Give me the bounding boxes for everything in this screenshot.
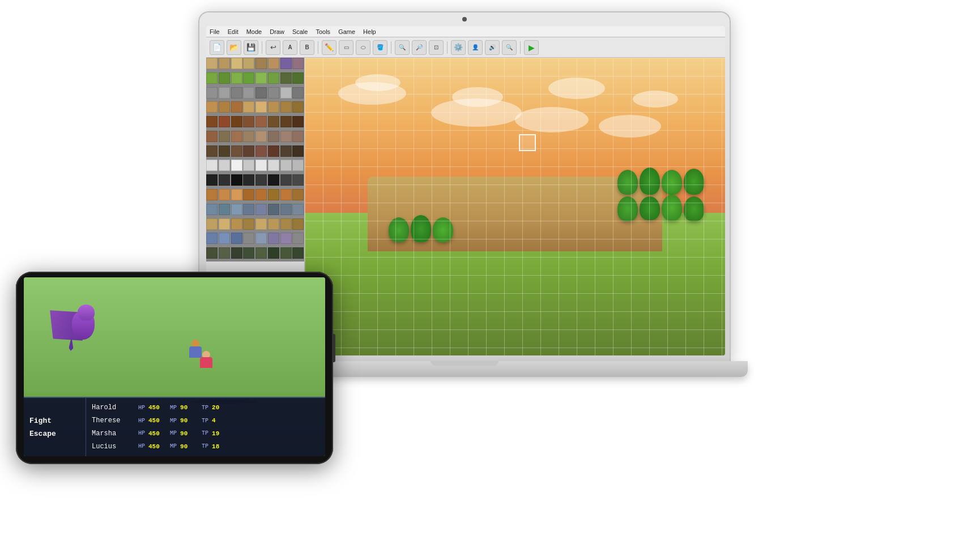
battle-cmd-escape[interactable]: Escape — [29, 430, 80, 438]
toolbar-sep-1 — [262, 41, 262, 54]
battle-panel: Fight Escape Harold HP 450 MP 90 TP — [24, 397, 325, 456]
toolbar-undo-btn[interactable]: ↩ — [266, 40, 280, 55]
char-name-marsha: Marsha — [92, 430, 133, 438]
status-row-harold: Harold HP 450 MP 90 TP 20 — [92, 404, 319, 411]
tp-label-lucius: TP — [202, 443, 208, 449]
status-row-therese: Therese HP 450 MP 90 TP 4 — [92, 417, 319, 425]
hp-label-lucius: HP — [138, 443, 145, 449]
toolbar-sep-5 — [520, 41, 521, 54]
hp-label-marsha: HP — [138, 430, 145, 436]
menu-game[interactable]: Game — [338, 28, 355, 35]
toolbar-pencil-btn[interactable]: ✏️ — [322, 40, 336, 55]
tp-label-harold: TP — [202, 405, 208, 411]
laptop-camera — [462, 17, 467, 22]
mp-val-harold: 90 — [180, 404, 196, 411]
status-row-lucius: Lucius HP 450 MP 90 TP 18 — [92, 443, 319, 451]
hp-label-therese: HP — [138, 418, 145, 424]
battle-status: Harold HP 450 MP 90 TP 20 Therese HP — [86, 398, 325, 456]
toolbar-layer-a-btn[interactable]: A — [283, 40, 297, 55]
phone: Fight Escape Harold HP 450 MP 90 TP — [16, 272, 333, 543]
tile-grid[interactable] — [206, 58, 304, 292]
hp-val-harold: 450 — [148, 404, 164, 411]
toolbar-zoomout-btn[interactable]: 🔎 — [412, 40, 427, 55]
map-cursor — [519, 134, 536, 151]
toolbar-zoomin-btn[interactable]: 🔍 — [395, 40, 410, 55]
menu-mode[interactable]: Mode — [246, 28, 262, 35]
toolbar-sep-3 — [391, 41, 391, 54]
status-row-marsha: Marsha HP 450 MP 90 TP 19 — [92, 430, 319, 438]
mp-val-marsha: 90 — [180, 430, 196, 437]
mp-label-therese: MP — [170, 418, 177, 424]
laptop-base-notch — [431, 361, 498, 366]
toolbar-rect-btn[interactable]: ▭ — [339, 40, 353, 55]
menu-scale[interactable]: Scale — [292, 28, 308, 35]
toolbar-fill-btn[interactable]: 🪣 — [373, 40, 387, 55]
toolbar-sep-4 — [447, 41, 448, 54]
toolbar-zoomfit-btn[interactable]: ⊡ — [429, 40, 444, 55]
menu-help[interactable]: Help — [363, 28, 376, 35]
toolbar-char-btn[interactable]: 👤 — [468, 40, 483, 55]
tp-val-lucius: 18 — [212, 443, 228, 450]
toolbar-save-btn[interactable]: 💾 — [244, 40, 258, 55]
battle-commands: Fight Escape — [24, 398, 86, 456]
mp-val-therese: 90 — [180, 417, 196, 424]
toolbar-play-btn[interactable]: ▶ — [524, 40, 539, 55]
battle-cmd-fight[interactable]: Fight — [29, 417, 80, 425]
tp-val-therese: 4 — [212, 417, 228, 424]
tp-val-marsha: 19 — [212, 430, 228, 437]
menu-file[interactable]: File — [210, 28, 220, 35]
editor-menubar: File Edit Mode Draw Scale Tools Game Hel… — [206, 26, 725, 37]
game-scene: Fight Escape Harold HP 450 MP 90 TP — [24, 277, 325, 456]
map-grid-overlay — [305, 58, 725, 355]
menu-tools[interactable]: Tools — [316, 28, 330, 35]
mp-label-harold: MP — [170, 405, 177, 411]
toolbar-open-btn[interactable]: 📂 — [227, 40, 241, 55]
hp-val-therese: 450 — [148, 417, 164, 424]
char-name-lucius: Lucius — [92, 443, 133, 451]
tp-label-marsha: TP — [202, 430, 208, 436]
char-name-harold: Harold — [92, 404, 133, 411]
tp-val-harold: 20 — [212, 404, 228, 411]
menu-draw[interactable]: Draw — [270, 28, 284, 35]
editor-toolbar: 📄 📂 💾 ↩ A B ✏️ ▭ ⬭ 🪣 🔍 🔎 ⊡ — [206, 37, 725, 58]
char-name-therese: Therese — [92, 417, 133, 425]
menu-edit[interactable]: Edit — [228, 28, 238, 35]
tp-label-therese: TP — [202, 418, 208, 424]
hp-val-lucius: 450 — [148, 443, 164, 450]
phone-body: Fight Escape Harold HP 450 MP 90 TP — [16, 272, 333, 464]
toolbar-sep-2 — [318, 41, 318, 54]
hp-val-marsha: 450 — [148, 430, 164, 437]
mp-label-lucius: MP — [170, 443, 177, 449]
mp-val-lucius: 90 — [180, 443, 196, 450]
phone-screen: Fight Escape Harold HP 450 MP 90 TP — [24, 277, 325, 456]
toolbar-ellipse-btn[interactable]: ⬭ — [356, 40, 370, 55]
toolbar-layer-b-btn[interactable]: B — [300, 40, 314, 55]
toolbar-sound-btn[interactable]: 🔊 — [485, 40, 500, 55]
hero-sprite-2 — [199, 351, 213, 368]
toolbar-settings-btn[interactable]: ⚙️ — [451, 40, 466, 55]
toolbar-search-btn[interactable]: 🔍 — [502, 40, 517, 55]
map-canvas[interactable] — [305, 58, 725, 355]
mp-label-marsha: MP — [170, 430, 177, 436]
phone-side-button — [332, 334, 335, 362]
toolbar-new-btn[interactable]: 📄 — [210, 40, 224, 55]
hp-label-harold: HP — [138, 405, 145, 411]
